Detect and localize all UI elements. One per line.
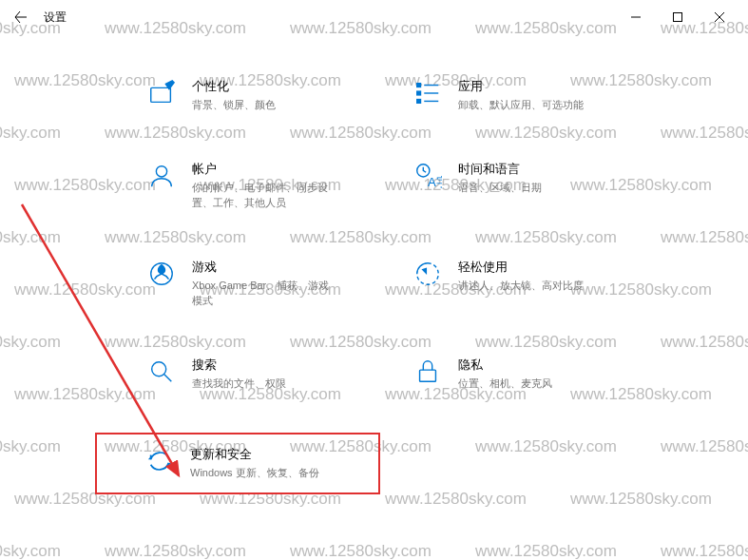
item-desc: 查找我的文件、权限 — [192, 376, 286, 392]
item-title: 轻松使用 — [458, 259, 584, 276]
item-title: 更新和安全 — [190, 446, 319, 463]
item-title: 时间和语言 — [458, 161, 542, 178]
svg-rect-2 — [417, 84, 421, 87]
ease-of-access-icon — [412, 259, 443, 289]
close-icon — [715, 12, 724, 22]
item-desc: 背景、锁屏、颜色 — [192, 97, 276, 113]
maximize-icon — [673, 12, 682, 22]
close-button[interactable] — [699, 3, 740, 31]
search-icon — [146, 357, 177, 387]
time-language-icon: A字 — [412, 161, 443, 191]
item-desc: 语音、区域、日期 — [458, 180, 542, 196]
svg-point-8 — [156, 165, 166, 176]
svg-point-12 — [152, 361, 166, 376]
svg-rect-4 — [417, 91, 421, 95]
svg-line-13 — [164, 374, 172, 381]
minimize-button[interactable] — [615, 3, 657, 31]
apps-icon — [412, 78, 443, 108]
svg-rect-14 — [420, 370, 436, 381]
svg-text:A字: A字 — [428, 175, 442, 189]
settings-item-apps[interactable]: 应用 卸载、默认应用、可选功能 — [409, 72, 605, 119]
svg-rect-1 — [151, 87, 171, 102]
arrow-left-icon — [13, 10, 29, 25]
gaming-icon — [146, 259, 177, 289]
item-title: 应用 — [458, 78, 584, 95]
item-desc: Xbox Game Bar、捕获、游戏模式 — [192, 278, 335, 309]
settings-item-privacy[interactable]: 隐私 位置、相机、麦克风 — [409, 351, 605, 397]
item-desc: 你的帐户、电子邮件、同步设置、工作、其他人员 — [192, 180, 335, 211]
window-titlebar: 设置 — [0, 0, 748, 34]
item-title: 个性化 — [192, 78, 276, 95]
item-title: 隐私 — [458, 357, 552, 374]
settings-item-search[interactable]: 搜索 查找我的文件、权限 — [143, 351, 352, 397]
window-controls — [615, 3, 740, 31]
svg-rect-0 — [674, 13, 682, 22]
settings-item-accounts[interactable]: 帐户 你的帐户、电子邮件、同步设置、工作、其他人员 — [143, 155, 352, 217]
personalization-icon — [146, 78, 177, 108]
item-desc: 卸载、默认应用、可选功能 — [458, 97, 584, 113]
item-desc: Windows 更新、恢复、备份 — [190, 465, 319, 481]
settings-item-ease-of-access[interactable]: 轻松使用 讲述人、放大镜、高对比度 — [409, 253, 605, 315]
settings-item-update-security[interactable]: 更新和安全 Windows 更新、恢复、备份 — [95, 433, 380, 494]
svg-rect-6 — [417, 100, 421, 104]
update-security-icon — [144, 446, 175, 476]
settings-item-time-language[interactable]: A字 时间和语言 语音、区域、日期 — [409, 155, 605, 217]
back-button[interactable] — [8, 4, 34, 30]
settings-item-gaming[interactable]: 游戏 Xbox Game Bar、捕获、游戏模式 — [143, 253, 352, 315]
item-title: 搜索 — [192, 357, 286, 374]
accounts-icon — [146, 161, 177, 191]
item-desc: 讲述人、放大镜、高对比度 — [458, 278, 584, 294]
item-desc: 位置、相机、麦克风 — [458, 376, 552, 392]
item-title: 游戏 — [192, 259, 335, 276]
item-title: 帐户 — [192, 161, 335, 178]
minimize-icon — [631, 12, 641, 22]
window-title: 设置 — [44, 10, 67, 26]
privacy-icon — [412, 357, 443, 387]
maximize-button[interactable] — [657, 3, 699, 31]
settings-item-personalization[interactable]: 个性化 背景、锁屏、颜色 — [143, 72, 352, 119]
